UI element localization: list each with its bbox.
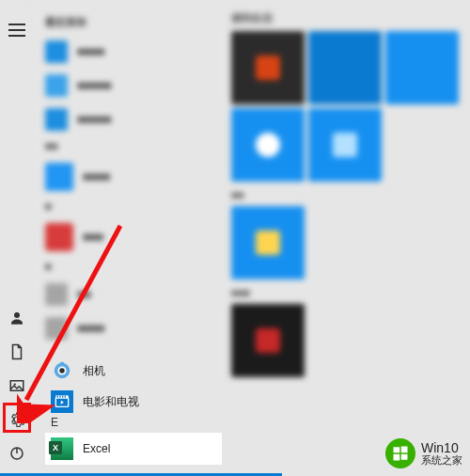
tiles-area: 便利生活 ■■ ■■■ — [222, 0, 470, 476]
tile-group-label: ■■ — [231, 189, 461, 200]
tile-group-label: 便利生活 — [231, 11, 461, 25]
app-item-movies-tv[interactable]: 电影和电视 — [45, 386, 222, 418]
watermark-logo-icon — [385, 438, 415, 468]
section-header: ■ — [34, 197, 222, 217]
user-icon[interactable] — [0, 301, 34, 335]
list-item[interactable]: ■■■■■ — [34, 103, 222, 136]
documents-icon[interactable] — [0, 335, 34, 369]
section-letter-e[interactable]: E — [51, 416, 58, 429]
tile-group-label: ■■■ — [231, 287, 461, 298]
svg-marker-18 — [61, 401, 64, 405]
list-item[interactable]: ■■ — [34, 278, 222, 311]
svg-point-3 — [14, 312, 20, 318]
svg-rect-21 — [401, 447, 408, 453]
tile[interactable] — [231, 31, 305, 104]
svg-point-10 — [59, 368, 65, 373]
svg-rect-23 — [401, 454, 408, 460]
svg-rect-20 — [394, 447, 400, 452]
power-icon[interactable] — [0, 436, 34, 470]
svg-rect-1 — [8, 29, 25, 31]
svg-rect-14 — [57, 396, 58, 398]
svg-rect-11 — [60, 362, 64, 365]
list-item[interactable]: ■■■■■ — [34, 69, 222, 103]
tile[interactable] — [385, 31, 459, 104]
tile[interactable] — [308, 108, 382, 182]
app-item-camera[interactable]: 相机 — [45, 355, 222, 387]
list-item[interactable]: ■■■■ — [34, 311, 222, 345]
list-item[interactable]: ■■■■ — [34, 35, 222, 69]
watermark-title: Win10 — [421, 441, 462, 455]
list-item[interactable]: ■■■ — [34, 217, 222, 257]
app-label: Excel — [83, 442, 110, 455]
section-header: ■ — [34, 257, 222, 278]
excel-icon: X — [51, 437, 73, 460]
svg-rect-2 — [8, 35, 25, 37]
tile[interactable] — [231, 206, 305, 279]
movies-tv-icon — [51, 390, 73, 413]
app-item-excel[interactable]: X Excel — [45, 433, 222, 465]
pictures-icon[interactable] — [0, 369, 34, 403]
watermark-subtitle: 系统之家 — [421, 455, 462, 467]
svg-rect-15 — [59, 396, 60, 398]
tile[interactable] — [308, 31, 382, 104]
svg-rect-17 — [65, 396, 66, 398]
watermark: Win10 系统之家 — [385, 438, 462, 468]
tile[interactable] — [231, 304, 305, 377]
app-label: 电影和电视 — [83, 394, 139, 410]
svg-rect-22 — [394, 454, 400, 461]
annotation-highlight-box — [3, 403, 31, 433]
list-item[interactable]: ■■■■ — [34, 157, 222, 197]
app-label: 相机 — [83, 363, 105, 379]
camera-icon — [51, 359, 73, 382]
tile[interactable] — [231, 108, 305, 182]
svg-rect-16 — [62, 396, 63, 398]
section-header: ■■ — [34, 136, 222, 157]
hamburger-icon[interactable] — [0, 13, 34, 47]
section-header: 最近添加 — [34, 11, 222, 35]
svg-rect-0 — [8, 24, 25, 25]
